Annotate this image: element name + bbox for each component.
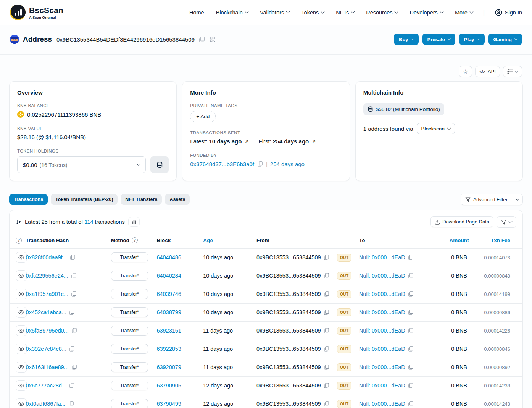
external-link-icon[interactable]: ↗: [245, 139, 249, 145]
copy-icon[interactable]: [408, 382, 414, 389]
copy-icon[interactable]: [323, 382, 330, 389]
method-badge[interactable]: Transfer*: [111, 271, 148, 281]
to-address-link[interactable]: Null: 0x000...dEaD: [359, 309, 405, 315]
method-badge[interactable]: Transfer*: [111, 381, 148, 390]
copy-icon[interactable]: [69, 254, 76, 261]
promo-action-button[interactable]: Buy: [394, 34, 419, 45]
block-link[interactable]: 64038799: [156, 309, 181, 315]
multichain-portfolio-badge[interactable]: $56.82 (Multichain Portfolio): [363, 103, 444, 115]
method-badge[interactable]: Transfer*: [111, 399, 148, 408]
transaction-hash-link[interactable]: 0xf0adf6867fa...: [26, 401, 66, 407]
copy-icon[interactable]: [323, 345, 330, 352]
funded-by-address-link[interactable]: 0x37648d37...b3E6b3a0f: [190, 161, 254, 167]
copy-icon[interactable]: [323, 400, 330, 407]
preview-transaction-button[interactable]: [16, 307, 27, 318]
promo-action-button[interactable]: Play: [459, 34, 485, 45]
preview-transaction-button[interactable]: [16, 252, 27, 263]
copy-icon[interactable]: [68, 400, 74, 407]
preview-transaction-button[interactable]: [16, 325, 27, 336]
preview-transaction-button[interactable]: [16, 362, 27, 373]
to-address-link[interactable]: Null: 0x000...dEaD: [359, 382, 405, 389]
copy-icon[interactable]: [69, 309, 75, 316]
copy-icon[interactable]: [323, 254, 330, 261]
method-badge[interactable]: Transfer*: [111, 362, 148, 372]
preview-transaction-button[interactable]: [16, 380, 27, 391]
token-holdings-dropdown[interactable]: $0.00(16 Tokens): [17, 156, 146, 173]
copy-icon[interactable]: [69, 345, 75, 352]
nav-item[interactable]: Resources: [366, 10, 398, 16]
nav-item[interactable]: NFTs: [336, 10, 354, 16]
copy-icon[interactable]: [408, 272, 414, 279]
bscscan-logo[interactable]: BscScan A Scan Original: [10, 5, 63, 20]
nav-item[interactable]: Blockchain: [216, 10, 248, 16]
nav-item[interactable]: Validators: [260, 10, 289, 16]
nav-item[interactable]: Developers: [410, 10, 443, 16]
tab[interactable]: Transactions: [9, 194, 48, 205]
tab[interactable]: NFT Transfers: [121, 194, 162, 205]
to-address-link[interactable]: Null: 0x000...dEaD: [359, 364, 405, 370]
wallet-button[interactable]: [150, 156, 169, 173]
block-link[interactable]: 64039746: [156, 291, 181, 297]
copy-icon[interactable]: [71, 327, 77, 334]
col-amount[interactable]: Amount: [439, 233, 480, 248]
copy-icon[interactable]: [71, 364, 77, 371]
qr-code-icon[interactable]: [209, 36, 216, 43]
to-address-link[interactable]: Null: 0x000...dEaD: [359, 291, 405, 297]
copy-icon[interactable]: [408, 309, 414, 316]
copy-icon[interactable]: [408, 327, 414, 334]
col-txn-fee[interactable]: Txn Fee: [479, 233, 522, 248]
copy-icon[interactable]: [69, 382, 75, 389]
nav-item[interactable]: Tokens: [301, 10, 324, 16]
method-badge[interactable]: Transfer*: [111, 289, 148, 299]
transaction-hash-link[interactable]: 0xa1f957a901c...: [26, 291, 68, 297]
favorite-button[interactable]: ☆: [459, 66, 472, 77]
transaction-hash-link[interactable]: 0x6c777ac28d...: [26, 382, 66, 389]
copy-icon[interactable]: [408, 345, 414, 352]
nav-item[interactable]: More: [455, 10, 473, 16]
promo-action-button[interactable]: Presale: [422, 34, 455, 45]
to-address-link[interactable]: Null: 0x000...dEaD: [359, 328, 405, 334]
advanced-filter-caret[interactable]: [512, 194, 522, 205]
promo-action-button[interactable]: Gaming: [488, 34, 522, 45]
funded-by-age-link[interactable]: 254 days ago: [270, 161, 305, 167]
method-badge[interactable]: Transfer*: [111, 326, 148, 336]
transaction-hash-link[interactable]: 0xfc229556e24...: [26, 273, 68, 279]
transaction-hash-link[interactable]: 0x828f00daa9f...: [26, 254, 67, 260]
to-address-link[interactable]: Null: 0x000...dEaD: [359, 273, 405, 279]
api-button[interactable]: </> API: [475, 66, 500, 77]
tab[interactable]: Token Transfers (BEP-20): [51, 194, 118, 205]
block-link[interactable]: 63790905: [156, 382, 181, 389]
external-link-icon[interactable]: ↗: [311, 139, 316, 145]
help-icon[interactable]: ?: [132, 237, 138, 243]
preview-transaction-button[interactable]: [16, 398, 27, 408]
col-age[interactable]: Age: [203, 233, 256, 248]
block-link[interactable]: 63790499: [156, 401, 181, 407]
method-badge[interactable]: Transfer*: [111, 307, 148, 317]
sign-in-button[interactable]: Sign In: [495, 9, 522, 16]
block-link[interactable]: 64040284: [156, 273, 181, 279]
copy-icon[interactable]: [408, 291, 414, 297]
copy-icon[interactable]: [323, 327, 330, 334]
to-address-link[interactable]: Null: 0x000...dEaD: [359, 254, 405, 260]
block-link[interactable]: 64040486: [156, 254, 181, 260]
copy-icon[interactable]: [71, 291, 77, 297]
blockscan-dropdown[interactable]: Blockscan: [417, 123, 455, 134]
copy-icon[interactable]: [323, 364, 330, 371]
copy-icon[interactable]: [71, 272, 77, 279]
copy-icon[interactable]: [323, 291, 330, 297]
method-badge[interactable]: Transfer*: [111, 344, 148, 354]
method-badge[interactable]: Transfer*: [111, 252, 148, 262]
copy-address-icon[interactable]: [198, 36, 205, 43]
copy-icon[interactable]: [323, 272, 330, 279]
transaction-hash-link[interactable]: 0x5fa89795ed0...: [26, 328, 69, 334]
to-address-link[interactable]: Null: 0x000...dEaD: [359, 401, 405, 407]
analytics-button[interactable]: [128, 217, 140, 227]
transaction-hash-link[interactable]: 0x452ca1abca...: [26, 309, 66, 315]
tab[interactable]: Assets: [165, 194, 190, 205]
block-link[interactable]: 63922853: [156, 346, 181, 352]
copy-icon[interactable]: [408, 400, 414, 407]
block-link[interactable]: 63923161: [156, 328, 181, 334]
nav-item[interactable]: Home: [189, 10, 204, 16]
help-icon[interactable]: ?: [16, 238, 22, 244]
preview-transaction-button[interactable]: [16, 344, 27, 354]
